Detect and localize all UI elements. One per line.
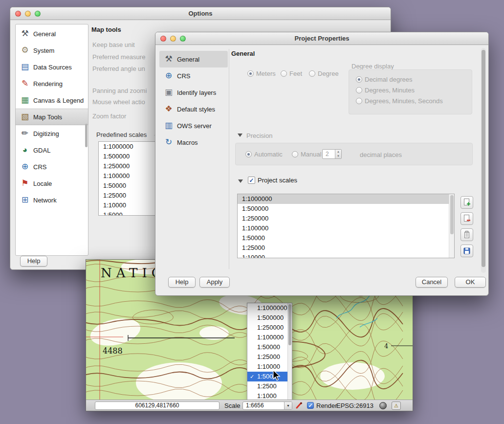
scale-option[interactable]: 1:250000 [247,323,292,333]
render-checkbox[interactable]: ✓ [307,402,314,409]
map-tools-icon: ▧ [20,112,30,122]
radio-label: Meters [256,70,276,77]
predefined-scales-label: Predefined scales [96,131,147,138]
sidebar-item-label: Digitizing [33,130,59,137]
scale-dropdown-list: 1:1000000 1:500000 1:250000 1:100000 1:5… [247,303,292,402]
identify-layers-icon: ▣ [163,87,174,98]
scale-item-selected[interactable]: 1:1000000 [238,194,454,204]
radio-label: Degree [318,70,339,77]
locale-icon: ⚑ [20,178,30,189]
scale-combobox-value: 1:6656 [246,402,264,409]
scale-option[interactable]: 1:10000 [247,362,292,372]
remove-scale-button[interactable] [460,212,473,225]
radio-feet[interactable] [281,70,287,77]
radio-degrees-minutes-seconds[interactable] [356,98,362,104]
cancel-button[interactable]: Cancel [416,277,448,288]
add-scale-button[interactable] [460,196,473,209]
sidebar-item-map-tools[interactable]: ▧ Map Tools [16,109,88,125]
sidebar-item-canvas-legend[interactable]: ▦ Canvas & Legend [16,92,88,109]
digitizing-icon: ✏ [20,128,30,139]
scale-item[interactable]: 1:10000 [238,253,454,258]
radio-degrees-minutes[interactable] [356,87,362,93]
stop-render-icon[interactable] [295,402,303,409]
scale-item[interactable]: 1:250000 [238,214,454,223]
help-button[interactable]: Help [20,256,47,267]
sidebar-item-gdal[interactable]: ◕ GDAL [16,142,88,158]
help-button[interactable]: Help [168,277,196,288]
crs-status-icon[interactable] [379,402,387,409]
crs-icon: ⊕ [163,70,174,81]
tab-label: OWS server [177,122,212,130]
save-scales-button[interactable] [460,245,473,257]
project-scales-checkbox[interactable]: ✓ [248,177,255,184]
scale-item[interactable]: 1:50000 [238,233,454,243]
sidebar-item-system[interactable]: ⚙ System [16,42,88,59]
scrollbar-thumb[interactable] [482,50,485,267]
dropdown-scrollbar[interactable] [287,303,292,402]
close-button[interactable] [160,36,166,42]
scale-item[interactable]: 1:25000 [238,243,454,253]
radio-automatic[interactable] [245,151,252,157]
radio-decimal-degrees[interactable] [356,76,362,83]
stepper-value: 2 [326,151,329,157]
sidebar-item-crs[interactable]: ⊕ CRS [16,158,88,175]
close-button[interactable] [15,11,21,17]
options-titlebar[interactable]: Options [10,7,391,20]
tab-identify-layers[interactable]: ▣ Identify layers [159,84,228,101]
scale-combobox[interactable]: 1:6656 ▼ [242,402,292,410]
chevron-down-icon[interactable]: ▼ [284,402,292,409]
canvas-legend-icon: ▦ [20,95,30,106]
scale-option[interactable]: 1:500000 [247,313,292,323]
tab-ows-server[interactable]: ▥ OWS server [159,117,228,134]
stepper-arrows-icon[interactable]: ▲▼ [335,150,341,158]
scale-label: Scale [224,402,241,409]
ows-server-icon: ▥ [163,120,174,131]
minimize-button[interactable] [170,36,176,42]
sidebar-item-digitizing[interactable]: ✏ Digitizing [16,125,88,142]
scale-option[interactable]: 1:25000 [247,352,292,362]
radio-label: Automatic [254,151,283,158]
sidebar-item-general[interactable]: ⚒ General [16,25,88,42]
zoom-button[interactable] [180,36,186,42]
list-scrollbar[interactable] [449,194,454,258]
coordinate-display[interactable]: 606129,4817660 [95,402,219,410]
sidebar-item-data-sources[interactable]: ▤ Data Sources [16,59,88,75]
tab-crs[interactable]: ⊕ CRS [159,67,228,84]
sidebar-item-label: Locale [33,180,52,187]
ok-button[interactable]: OK [455,277,486,288]
tab-macros[interactable]: ↻ Macros [159,134,228,151]
scale-item[interactable]: 1:500000 [238,204,454,214]
radio-manual[interactable] [292,151,298,157]
epsg-status: EPSG:26913 [336,402,373,409]
scale-item[interactable]: 1:100000 [238,223,454,233]
scale-option[interactable]: 1:1000000 [247,303,292,313]
scale-option[interactable]: 1:2500 [247,381,292,391]
project-properties-titlebar[interactable]: Project Properties [155,32,488,45]
scale-option[interactable]: 1:100000 [247,333,292,342]
import-scales-button[interactable] [460,228,473,241]
sidebar-item-network[interactable]: ⊞ Network [16,192,88,208]
sidebar-item-label: Map Tools [33,113,62,121]
sidebar-item-locale[interactable]: ⚑ Locale [16,175,88,192]
degree-display-label: Degree display [351,63,394,70]
project-scales-list[interactable]: 1:1000000 1:500000 1:250000 1:100000 1:5… [237,194,455,258]
scale-option[interactable]: 1:50000 [247,342,292,352]
collapse-arrow-icon[interactable] [238,179,243,183]
collapse-arrow-icon[interactable] [238,134,242,137]
scrollbar-thumb[interactable] [450,195,454,234]
sidebar-item-label: Rendering [33,80,63,88]
tab-default-styles[interactable]: ❖ Default styles [159,101,228,117]
sidebar-scrollbar[interactable] [85,124,88,147]
apply-button[interactable]: Apply [199,277,230,288]
tab-general[interactable]: ⚒ General [159,51,228,67]
scrollbar-thumb[interactable] [288,304,291,345]
dialog-scrollbar[interactable] [481,48,486,273]
sidebar-item-rendering[interactable]: ✎ Rendering [16,75,88,92]
zoom-button[interactable] [35,11,41,17]
messages-icon[interactable]: ⚠ [392,402,401,410]
scale-option-selected[interactable]: ✓ 1:5000 [247,372,292,381]
radio-meters[interactable] [247,70,254,77]
decimal-places-stepper[interactable]: 2 ▲▼ [322,149,342,159]
minimize-button[interactable] [25,11,31,17]
radio-degree[interactable] [309,70,315,77]
